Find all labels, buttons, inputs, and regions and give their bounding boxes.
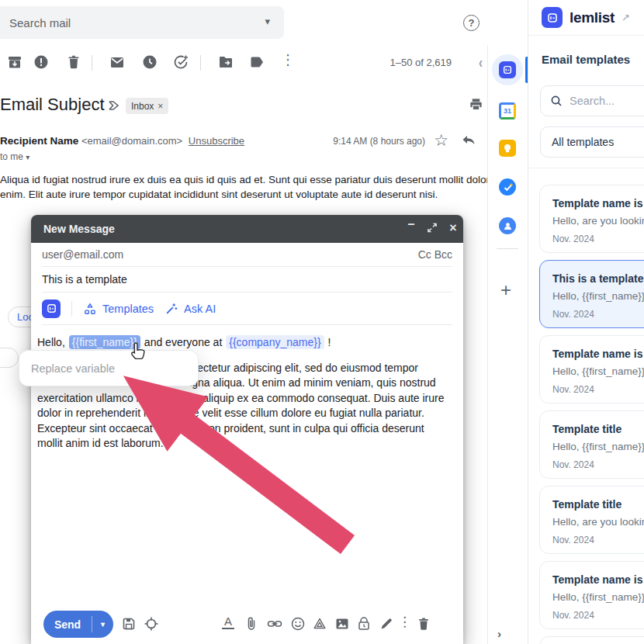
template-title: Template name is ve: [552, 573, 644, 586]
sender-row: Recipient Name <email@domain.com> Unsubs…: [0, 135, 487, 162]
add-to-tasks-icon[interactable]: [172, 54, 189, 71]
toolbar-separator: [200, 55, 201, 71]
rail-calendar-icon[interactable]: 31: [499, 102, 516, 119]
subject-row: Email Subject Inbox ×: [0, 93, 487, 121]
variable-chip-company-name[interactable]: {{company_name}}: [226, 335, 324, 349]
print-icon[interactable]: [469, 97, 483, 112]
rail-tasks-icon[interactable]: [499, 178, 516, 196]
template-preview: Hello, {{first_name}}: [552, 365, 644, 377]
to-me-row[interactable]: to me ▾: [0, 151, 487, 162]
to-me-caret-icon[interactable]: ▾: [26, 153, 29, 161]
signature-pen-icon[interactable]: [379, 616, 394, 632]
close-icon[interactable]: ×: [445, 221, 461, 235]
rail-divider: [497, 248, 518, 249]
replace-variable-placeholder: Replace variable: [31, 362, 115, 375]
template-title: Template title: [552, 498, 644, 511]
greeting-suffix: !: [328, 336, 331, 348]
sender-name: Recipient Name: [0, 135, 78, 147]
insert-drive-icon[interactable]: [312, 616, 327, 632]
compose-greeting-line[interactable]: Hello, {{first_name}} and everyone at {{…: [37, 335, 331, 349]
compose-header[interactable]: New Message – ×: [31, 215, 463, 243]
send-button[interactable]: Send ▾: [43, 611, 113, 638]
lemlist-toolbar: Templates Ask AI: [42, 293, 452, 325]
confidential-mode-icon[interactable]: [356, 616, 372, 632]
template-card[interactable]: Template name is ve Hello, are you looki…: [539, 185, 644, 253]
subject-value: This is a template: [42, 273, 127, 286]
lemlist-logo-icon[interactable]: [42, 299, 61, 318]
insert-link-icon[interactable]: [267, 616, 282, 632]
unsubscribe-link[interactable]: Unsubscribe: [189, 135, 244, 147]
tracking-target-icon[interactable]: [144, 616, 159, 632]
template-search-input[interactable]: Search...: [540, 85, 644, 116]
template-card[interactable]: Template name is ve Hello, {{first_name}…: [539, 561, 644, 629]
more-options-icon[interactable]: ⋮: [281, 51, 289, 68]
replace-variable-popup[interactable]: Replace variable: [19, 350, 199, 386]
template-filter-value: All templates: [552, 136, 614, 148]
popout-icon[interactable]: [424, 223, 440, 233]
search-options-caret-icon[interactable]: ▾: [265, 16, 270, 27]
move-to-icon[interactable]: [217, 54, 234, 71]
remove-label-icon[interactable]: ×: [158, 101, 163, 112]
compose-bottom-toolbar: Send ▾ A ⋮: [31, 609, 463, 640]
search-input[interactable]: Search mail ▾: [0, 6, 284, 39]
template-title: This is a template: [552, 272, 644, 285]
inbox-label-text: Inbox: [131, 101, 154, 112]
template-card[interactable]: Template name is ve Hello, {{first_name}…: [539, 335, 644, 403]
star-icon[interactable]: ☆: [434, 131, 448, 150]
report-spam-icon[interactable]: [33, 54, 50, 71]
template-preview: Hello, are you lookin: [552, 516, 644, 528]
delete-icon[interactable]: [65, 54, 82, 71]
mark-unread-icon[interactable]: [109, 54, 126, 71]
newer-page-chevron-icon[interactable]: ‹: [479, 53, 483, 70]
labels-icon[interactable]: [248, 54, 265, 71]
ask-ai-label: Ask AI: [184, 303, 216, 315]
lemlist-brand-name: lemlist: [570, 9, 615, 26]
panel-divider: [528, 168, 644, 168]
template-card[interactable]: [539, 636, 644, 644]
template-title: Template name is ve: [552, 348, 644, 360]
email-body-line: enim. Elit aute irure tempor cupidatat i…: [0, 187, 487, 202]
text-formatting-icon[interactable]: A: [222, 615, 234, 629]
cc-bcc-toggle[interactable]: Cc Bcc: [418, 248, 452, 261]
template-preview: Hello, {{first_name}}: [552, 591, 644, 603]
discard-draft-icon[interactable]: [416, 616, 431, 632]
attach-file-icon[interactable]: [244, 616, 259, 632]
archive-icon[interactable]: [6, 54, 23, 71]
more-options-icon[interactable]: ⋮: [398, 614, 406, 629]
templates-button[interactable]: Templates: [83, 302, 154, 316]
recipients-field[interactable]: user@email.com Cc Bcc: [42, 243, 452, 267]
minimize-icon[interactable]: –: [403, 217, 419, 231]
rail-lemlist-icon[interactable]: [499, 61, 516, 78]
hand-cursor-icon: [129, 341, 147, 362]
compose-title: New Message: [43, 223, 115, 235]
save-template-icon[interactable]: [121, 616, 137, 632]
help-icon[interactable]: ?: [463, 15, 480, 31]
insert-image-icon[interactable]: [334, 616, 350, 632]
send-options-caret-icon[interactable]: ▾: [92, 620, 113, 628]
lemlist-logo-icon: [542, 7, 563, 28]
reply-icon[interactable]: [461, 133, 476, 147]
external-link-icon[interactable]: ↗: [621, 12, 630, 23]
toolbar-separator: [71, 301, 72, 317]
smart-reply-chip[interactable]: [0, 348, 19, 368]
email-body-text: Aliqua id fugiat nostrud irure ex duis e…: [0, 172, 487, 202]
insert-emoji-icon[interactable]: [290, 616, 306, 632]
template-preview: Hello, {{first_name}}: [552, 290, 644, 302]
collapse-panel-chevron-icon[interactable]: ›: [497, 627, 501, 640]
magic-wand-icon: [164, 302, 178, 316]
template-title: Template name is ve: [552, 197, 644, 209]
template-card[interactable]: Template title Hello, {{first_name}} Nov…: [539, 410, 644, 479]
inbox-label-chip[interactable]: Inbox ×: [126, 98, 168, 114]
snooze-icon[interactable]: [141, 54, 158, 71]
label-arrow-icon[interactable]: [106, 99, 120, 113]
template-card[interactable]: Template title Hello, are you lookin Nov…: [539, 486, 644, 554]
subject-field[interactable]: This is a template: [42, 267, 452, 293]
template-card[interactable]: This is a template Hello, {{first_name}}…: [539, 260, 644, 328]
template-filter-select[interactable]: All templates: [540, 126, 644, 158]
template-date: Nov. 2024: [552, 610, 644, 621]
get-addons-plus-icon[interactable]: +: [500, 279, 511, 301]
rail-keep-icon[interactable]: [499, 140, 516, 157]
ask-ai-button[interactable]: Ask AI: [164, 302, 216, 316]
rail-contacts-icon[interactable]: [499, 217, 516, 234]
org-chart-icon: [83, 302, 97, 316]
